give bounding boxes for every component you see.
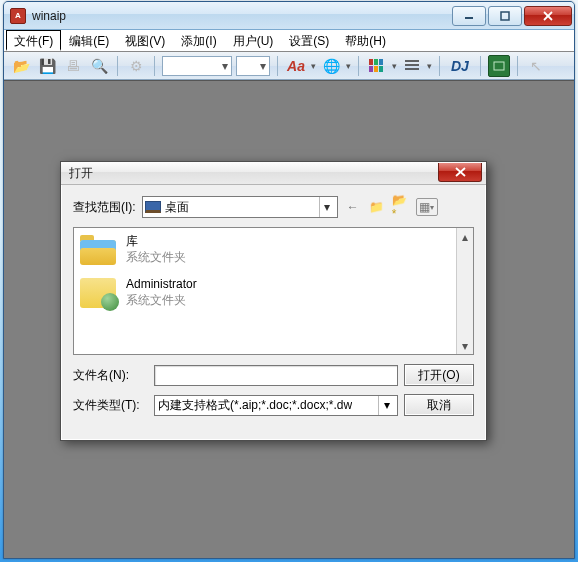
file-list[interactable]: 库 系统文件夹 Administrator 系统文件夹 ▴ ▾ [73,227,474,355]
dialog-close-button[interactable] [438,163,482,182]
svg-rect-13 [494,62,504,70]
dialog-title: 打开 [69,165,93,182]
scroll-down-icon[interactable]: ▾ [457,337,473,354]
separator-icon [117,56,118,76]
filename-input[interactable] [154,365,398,386]
filetype-combo[interactable]: 内建支持格式(*.aip;*.doc;*.docx;*.dw ▾ [154,395,398,416]
app-title: winaip [32,9,66,23]
svg-rect-7 [369,66,373,72]
user-folder-icon [80,278,116,308]
look-in-label: 查找范围(I): [73,199,136,216]
app-icon: A [10,8,26,24]
menu-help[interactable]: 帮助(H) [337,30,394,51]
back-icon[interactable]: ← [344,198,362,216]
toolbar: 📂 💾 🖶 🔍 ⚙ ▾ ▾ Aa ▾ 🌐 ▾ ▾ ▾ DJ ↖ [4,52,574,80]
menu-edit[interactable]: 编辑(E) [61,30,117,51]
font-size-combo[interactable]: ▾ [236,56,270,76]
tool-icon[interactable]: ⚙ [125,55,147,77]
print-icon[interactable]: 🖶 [62,55,84,77]
svg-rect-6 [379,59,383,65]
svg-rect-5 [374,59,378,65]
look-in-value: 桌面 [165,199,189,216]
separator-icon [358,56,359,76]
color-palette-icon[interactable] [366,55,388,77]
svg-rect-8 [374,66,378,72]
item-type: 系统文件夹 [126,250,186,266]
new-folder-icon[interactable]: 📂* [392,198,410,216]
close-button[interactable] [524,6,572,26]
up-folder-icon[interactable]: 📁 [368,198,386,216]
filetype-value: 内建支持格式(*.aip;*.doc;*.docx;*.dw [158,397,352,414]
separator-icon [517,56,518,76]
item-name: Administrator [126,277,197,293]
separator-icon [277,56,278,76]
pointer-icon[interactable]: ↖ [525,55,547,77]
filetype-label: 文件类型(T): [73,397,148,414]
globe-icon[interactable]: 🌐 [320,55,342,77]
look-in-combo[interactable]: 桌面 ▾ [142,196,338,218]
item-name: 库 [126,234,186,250]
cancel-button[interactable]: 取消 [404,394,474,416]
client-area: 打开 查找范围(I): 桌面 ▾ ← 📁 📂* ▦▾ [4,80,574,558]
view-mode-icon[interactable]: ▦▾ [416,198,438,216]
separator-icon [154,56,155,76]
list-item[interactable]: Administrator 系统文件夹 [78,277,469,308]
svg-rect-9 [379,66,383,72]
desktop-icon [145,201,161,213]
separator-icon [480,56,481,76]
dj-button[interactable]: DJ [447,55,473,77]
svg-rect-1 [501,12,509,20]
menu-view[interactable]: 视图(V) [117,30,173,51]
chevron-down-icon[interactable]: ▾ [378,396,394,415]
svg-rect-4 [369,59,373,65]
font-family-combo[interactable]: ▾ [162,56,232,76]
filename-label: 文件名(N): [73,367,148,384]
menu-add[interactable]: 添加(I) [173,30,224,51]
chevron-down-icon[interactable]: ▾ [319,197,335,217]
open-icon[interactable]: 📂 [10,55,32,77]
main-window: A winaip 文件(F) 编辑(E) 视图(V) 添加(I) 用户(U) 设… [3,1,575,559]
open-dialog: 打开 查找范围(I): 桌面 ▾ ← 📁 📂* ▦▾ [60,161,487,441]
menubar: 文件(F) 编辑(E) 视图(V) 添加(I) 用户(U) 设置(S) 帮助(H… [4,30,574,52]
minimize-button[interactable] [452,6,486,26]
scroll-up-icon[interactable]: ▴ [457,228,473,245]
menu-file[interactable]: 文件(F) [6,30,61,51]
align-icon[interactable] [401,55,423,77]
preview-icon[interactable] [488,55,510,77]
library-icon [80,235,116,265]
save-icon[interactable]: 💾 [36,55,58,77]
separator-icon [439,56,440,76]
maximize-button[interactable] [488,6,522,26]
find-icon[interactable]: 🔍 [88,55,110,77]
menu-user[interactable]: 用户(U) [225,30,282,51]
menu-settings[interactable]: 设置(S) [281,30,337,51]
titlebar: A winaip [4,2,574,30]
dialog-titlebar: 打开 [61,162,486,185]
font-style-button[interactable]: Aa [285,55,307,77]
list-item[interactable]: 库 系统文件夹 [78,234,469,265]
item-type: 系统文件夹 [126,293,197,309]
open-button[interactable]: 打开(O) [404,364,474,386]
scrollbar[interactable]: ▴ ▾ [456,228,473,354]
